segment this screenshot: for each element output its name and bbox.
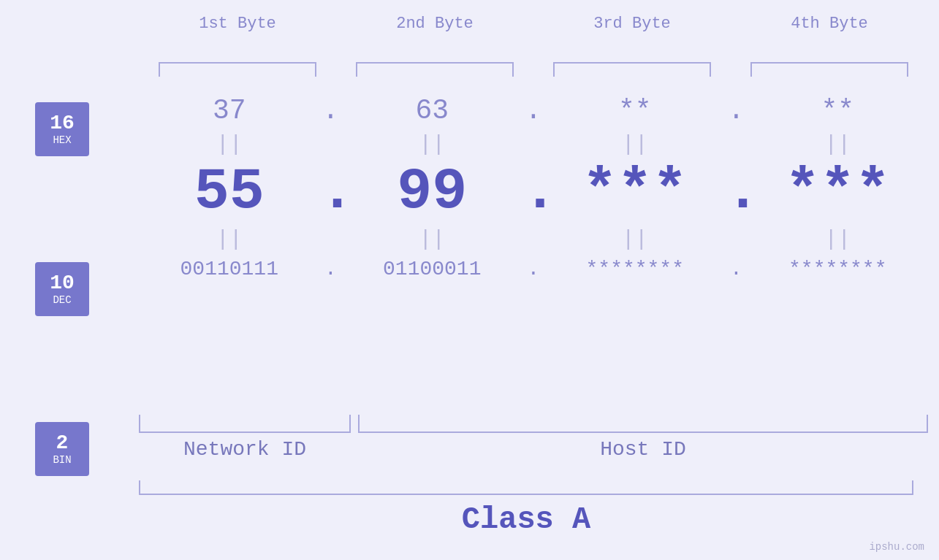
hex-num: 16 — [50, 112, 75, 135]
class-bracket — [139, 480, 913, 495]
id-labels: Network ID Host ID — [139, 438, 928, 461]
bin-badge: 2 BIN — [35, 422, 89, 476]
byte-header-3: 3rd Byte — [533, 15, 731, 33]
eq-2-4: || — [748, 227, 929, 252]
bin-num: 2 — [56, 432, 69, 455]
main-container: 1st Byte 2nd Byte 3rd Byte 4th Byte 16 H… — [0, 0, 939, 560]
host-id-label: Host ID — [358, 438, 928, 461]
eq-2-1: || — [139, 227, 320, 252]
watermark: ipshu.com — [869, 541, 924, 553]
dec-dot-1: . — [320, 163, 342, 221]
bin-val-3: ******** — [544, 258, 726, 280]
hex-row: 37 . 63 . ** . ** — [139, 95, 928, 126]
byte-headers: 1st Byte 2nd Byte 3rd Byte 4th Byte — [139, 15, 928, 33]
bin-dot-1: . — [320, 258, 342, 280]
network-id-label: Network ID — [139, 438, 351, 461]
top-bracket-2 — [336, 55, 533, 77]
dec-dot-2: . — [522, 163, 544, 221]
hex-dot-3: . — [726, 95, 748, 126]
bin-dot-2: . — [522, 258, 544, 280]
bin-label: BIN — [53, 454, 71, 466]
eq-row-2: || || || || — [139, 225, 928, 254]
top-brackets — [139, 55, 928, 77]
dec-badge: 10 DEC — [35, 262, 89, 316]
class-label: Class A — [139, 502, 913, 537]
dec-val-3: *** — [544, 163, 726, 221]
eq-1-1: || — [139, 132, 320, 157]
eq-2-3: || — [544, 227, 726, 252]
bin-val-2: 01100011 — [342, 258, 523, 280]
dec-dot-3: . — [726, 163, 748, 221]
hex-val-2: 63 — [342, 95, 523, 126]
dec-val-1: 55 — [139, 163, 320, 221]
dec-row: 55 . 99 . *** . *** — [139, 163, 928, 221]
network-bracket — [139, 415, 351, 433]
bin-val-4: ******** — [748, 258, 929, 280]
top-bracket-3 — [533, 55, 731, 77]
eq-1-3: || — [544, 132, 726, 157]
eq-1-4: || — [748, 132, 929, 157]
byte-header-4: 4th Byte — [731, 15, 928, 33]
hex-badge: 16 HEX — [35, 102, 89, 156]
bin-dot-3: . — [726, 258, 748, 280]
hex-val-3: ** — [544, 95, 726, 126]
byte-header-1: 1st Byte — [139, 15, 336, 33]
hex-dot-2: . — [522, 95, 544, 126]
hex-val-1: 37 — [139, 95, 320, 126]
bin-val-1: 00110111 — [139, 258, 320, 280]
bottom-brackets — [139, 415, 928, 433]
eq-row-1: || || || || — [139, 130, 928, 159]
dec-num: 10 — [50, 272, 75, 295]
eq-1-2: || — [342, 132, 523, 157]
dec-val-2: 99 — [342, 163, 523, 221]
top-bracket-4 — [731, 55, 928, 77]
host-bracket — [358, 415, 928, 433]
dec-val-4: *** — [748, 163, 929, 221]
hex-dot-1: . — [320, 95, 342, 126]
base-labels: 16 HEX 10 DEC 2 BIN — [35, 102, 89, 476]
bin-row: 00110111 . 01100011 . ******** . *******… — [139, 258, 928, 280]
top-bracket-1 — [139, 55, 336, 77]
eq-2-2: || — [342, 227, 523, 252]
hex-label: HEX — [53, 134, 71, 146]
byte-header-2: 2nd Byte — [336, 15, 533, 33]
dec-label: DEC — [53, 294, 71, 306]
hex-val-4: ** — [748, 95, 929, 126]
